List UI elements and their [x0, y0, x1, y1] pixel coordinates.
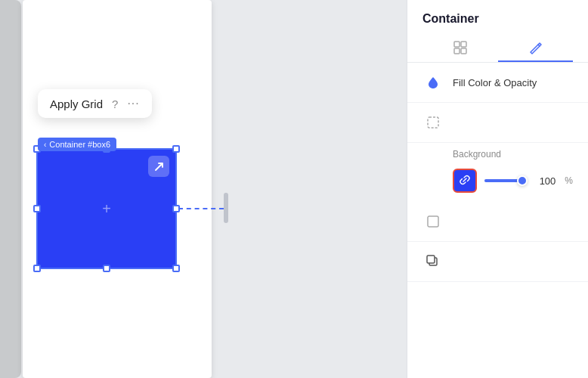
- opacity-slider[interactable]: [484, 179, 527, 182]
- panel-content: Fill Color & Opacity Background: [407, 63, 588, 378]
- apply-grid-label: Apply Grid: [50, 98, 103, 110]
- svg-rect-7: [427, 256, 435, 263]
- blue-container[interactable]: +: [36, 148, 177, 269]
- svg-rect-1: [461, 42, 466, 47]
- svg-rect-4: [428, 117, 438, 128]
- panel-header: Container: [407, 0, 588, 63]
- tab-style[interactable]: [498, 35, 574, 62]
- copy-section-icon: [422, 251, 444, 272]
- color-opacity-row: 100 %: [407, 163, 588, 202]
- panel-title: Container: [422, 12, 573, 26]
- container-label[interactable]: ‹ Container #box6: [38, 138, 116, 151]
- right-panel: Container: [407, 0, 588, 378]
- fill-color-icon: [422, 72, 444, 93]
- connector-line: [178, 208, 224, 209]
- phone-frame: [0, 0, 21, 378]
- chevron-icon: ‹: [44, 141, 46, 149]
- help-icon[interactable]: ?: [112, 98, 118, 110]
- handle-bottom-middle[interactable]: [103, 265, 110, 272]
- handle-bottom-right[interactable]: [172, 265, 180, 272]
- opacity-percent: %: [565, 175, 573, 186]
- toolbar-popup: Apply Grid ? ···: [38, 89, 152, 118]
- canvas-area: Apply Grid ? ··· ‹ Container #box6 +: [0, 0, 407, 378]
- slider-fill: [484, 179, 521, 182]
- link-icon: [460, 175, 470, 187]
- svg-rect-5: [428, 216, 438, 227]
- slider-thumb[interactable]: [517, 175, 528, 186]
- fill-color-section: Fill Color & Opacity: [407, 63, 588, 103]
- dashed-border-icon: [422, 112, 444, 133]
- opacity-value: 100: [534, 175, 556, 187]
- handle-top-right[interactable]: [172, 145, 180, 153]
- handle-left-middle[interactable]: [33, 205, 41, 212]
- copy-section-row: [407, 242, 588, 282]
- tab-layout[interactable]: [422, 35, 498, 62]
- handle-bottom-left[interactable]: [33, 265, 41, 272]
- container-name: Container #box6: [49, 140, 110, 149]
- handle-right-middle[interactable]: [172, 205, 180, 212]
- separator-bar: [224, 193, 228, 223]
- background-label: Background: [407, 143, 588, 163]
- add-element-icon[interactable]: +: [102, 200, 111, 218]
- more-options-icon[interactable]: ···: [127, 97, 139, 110]
- layer-section-row: [407, 202, 588, 242]
- panel-tabs: [422, 35, 573, 62]
- expand-section-icon: [422, 211, 444, 232]
- expand-icon[interactable]: [148, 156, 169, 177]
- svg-rect-2: [454, 48, 460, 54]
- svg-rect-3: [461, 48, 466, 54]
- border-section-row: [407, 103, 588, 143]
- svg-rect-0: [454, 42, 460, 47]
- fill-color-label: Fill Color & Opacity: [453, 77, 537, 88]
- slider-track[interactable]: [484, 179, 527, 182]
- color-swatch-button[interactable]: [453, 169, 477, 193]
